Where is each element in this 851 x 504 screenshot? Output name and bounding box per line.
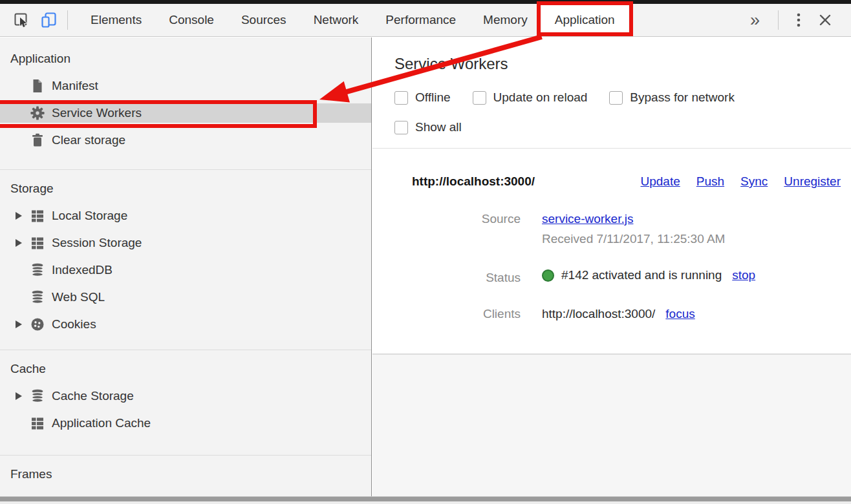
sidebar-item-clear-storage[interactable]: Clear storage	[0, 131, 371, 150]
update-on-reload-checkbox[interactable]	[473, 91, 486, 105]
sidebar-item-session-storage[interactable]: Session Storage	[0, 233, 371, 253]
toolbar-separator	[778, 10, 779, 30]
checkbox-label: Offline	[415, 90, 451, 105]
expand-arrow-icon[interactable]	[16, 320, 22, 328]
tab-performance[interactable]: Performance	[372, 4, 469, 36]
sidebar-item-label: Local Storage	[52, 209, 127, 223]
close-icon[interactable]	[810, 13, 841, 27]
service-workers-panel: Service Workers OfflineUpdate on reloadB…	[372, 37, 851, 496]
trash-icon	[30, 132, 45, 148]
worker-origin: http://localhost:3000/	[412, 174, 535, 189]
sidebar-item-cookies[interactable]: Cookies	[0, 315, 371, 334]
clients-label: Clients	[394, 307, 521, 321]
show-all-checkbox-group: Show all	[394, 120, 462, 134]
status-label: Status	[394, 271, 521, 285]
client-url: http://localhost:3000/	[542, 307, 655, 321]
sidebar-item-label: IndexedDB	[52, 263, 113, 277]
expand-arrow-icon[interactable]	[16, 239, 22, 247]
toolbar-separator	[67, 10, 68, 30]
source-label: Source	[394, 212, 521, 226]
sidebar-item-indexeddb[interactable]: IndexedDB	[0, 260, 371, 280]
cookie-icon	[30, 317, 45, 332]
status-green-dot	[542, 269, 554, 282]
more-tabs-chevron-icon[interactable]: »	[741, 12, 769, 29]
gear-icon	[30, 105, 45, 121]
bypass-for-network-checkbox[interactable]	[609, 91, 623, 105]
section-header-application: Application	[0, 49, 371, 68]
devtools-window: ElementsConsoleSourcesNetworkPerformance…	[0, 0, 851, 504]
sidebar-item-label: Cache Storage	[52, 389, 134, 403]
window-bottom-bar	[0, 496, 851, 504]
tab-application[interactable]: Application	[541, 4, 629, 36]
push-link[interactable]: Push	[696, 174, 724, 189]
sidebar-item-label: Application Cache	[52, 416, 151, 430]
sidebar-item-service-workers[interactable]: Service Workers	[0, 103, 371, 123]
sidebar-item-label: Web SQL	[52, 290, 105, 304]
page-title: Service Workers	[394, 55, 841, 73]
table-icon	[30, 208, 45, 224]
sidebar-item-label: Service Workers	[52, 106, 142, 120]
expand-arrow-icon[interactable]	[16, 212, 22, 220]
unregister-link[interactable]: Unregister	[784, 174, 841, 189]
inspect-cursor-icon[interactable]	[13, 12, 30, 28]
sync-link[interactable]: Sync	[740, 174, 768, 189]
expand-arrow-icon[interactable]	[16, 392, 22, 400]
offline-checkbox[interactable]	[394, 91, 408, 105]
sidebar-item-label: Clear storage	[52, 133, 125, 147]
update-link[interactable]: Update	[641, 174, 680, 189]
database-icon	[30, 289, 45, 305]
show-all-checkbox[interactable]	[394, 121, 408, 134]
device-toolbar-icon[interactable]	[40, 12, 58, 28]
sidebar-item-application-cache[interactable]: Application Cache	[0, 414, 371, 433]
source-file-link[interactable]: service-worker.js	[542, 212, 633, 226]
received-timestamp: Received 7/11/2017, 11:25:30 AM	[542, 232, 841, 246]
focus-link[interactable]: focus	[665, 307, 695, 321]
update-on-reload-checkbox-group: Update on reload	[473, 90, 588, 105]
stop-link[interactable]: stop	[732, 268, 755, 282]
section-header-storage: Storage	[0, 179, 371, 198]
tab-memory[interactable]: Memory	[469, 4, 541, 36]
status-text: #142 activated and is running	[561, 268, 722, 282]
table-icon	[30, 235, 45, 251]
offline-checkbox-group: Offline	[394, 90, 451, 105]
database-icon	[30, 388, 45, 404]
tab-console[interactable]: Console	[155, 4, 228, 36]
tab-sources[interactable]: Sources	[228, 4, 300, 36]
sidebar-item-label: Manifest	[52, 79, 98, 93]
database-icon	[30, 262, 45, 278]
kebab-menu-icon[interactable]	[788, 12, 810, 28]
tab-network[interactable]: Network	[300, 4, 372, 36]
service-worker-entry: http://localhost:3000/ UpdatePushSyncUnr…	[372, 149, 851, 353]
sidebar-item-cache-storage[interactable]: Cache Storage	[0, 386, 371, 406]
tab-elements[interactable]: Elements	[77, 4, 155, 36]
section-header-frames: Frames	[0, 465, 371, 484]
section-header-cache: Cache	[0, 359, 371, 379]
sidebar-item-label: Cookies	[52, 317, 96, 331]
checkbox-label: Update on reload	[493, 90, 588, 105]
sidebar-item-local-storage[interactable]: Local Storage	[0, 206, 371, 226]
sidebar-item-label: Session Storage	[52, 236, 142, 250]
checkbox-label: Show all	[415, 120, 462, 134]
file-icon	[30, 78, 45, 94]
bypass-for-network-checkbox-group: Bypass for network	[609, 90, 735, 105]
empty-area	[372, 353, 851, 497]
panel-tabs: ElementsConsoleSourcesNetworkPerformance…	[77, 4, 629, 36]
sidebar-item-manifest[interactable]: Manifest	[0, 76, 371, 96]
application-sidebar: ApplicationManifestService WorkersClear …	[0, 37, 372, 496]
table-icon	[30, 415, 45, 431]
sidebar-item-web-sql[interactable]: Web SQL	[0, 288, 371, 307]
devtools-toolbar: ElementsConsoleSourcesNetworkPerformance…	[0, 4, 851, 37]
checkbox-label: Bypass for network	[630, 90, 735, 105]
